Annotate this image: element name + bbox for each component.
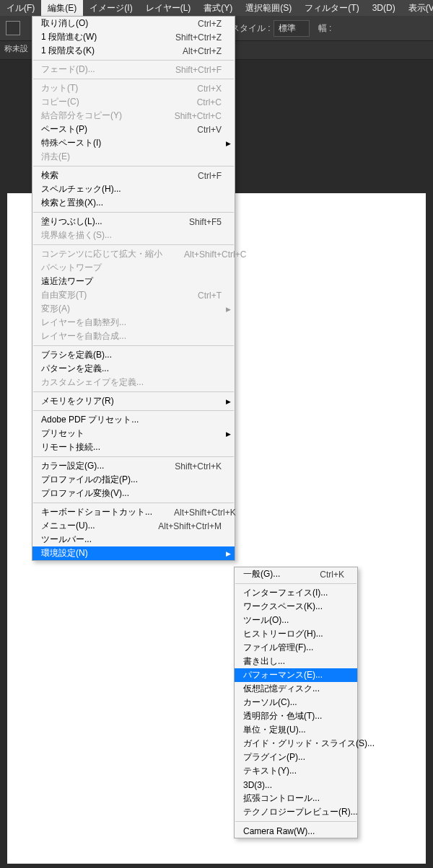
menu-item-shortcut: Shift+Ctrl+C <box>175 111 222 121</box>
edit-menu-item-24: 変形(A)▶ <box>32 302 235 316</box>
edit-menu-item-39[interactable]: プロファイルの指定(P)... <box>32 473 235 487</box>
edit-menu-item-10[interactable]: 特殊ペースト(I)▶ <box>32 136 235 150</box>
edit-menu-item-4: フェード(D)...Shift+Ctrl+F <box>32 63 235 76</box>
menu-item-label: Camera Raw(W)... <box>243 826 344 836</box>
edit-menu-item-8: 結合部分をコピー(Y)Shift+Ctrl+C <box>32 109 235 123</box>
menu-item-label: テキスト(Y)... <box>243 765 344 777</box>
menu-item-label: 透明部分・色域(T)... <box>243 710 344 722</box>
edit-menu-item-20: コンテンツに応じて拡大・縮小Alt+Shift+Ctrl+C <box>32 247 235 261</box>
edit-menu-item-45[interactable]: 環境設定(N)▶ <box>32 546 235 560</box>
menu-item-label: 自由変形(T) <box>41 289 176 301</box>
edit-menu-item-13[interactable]: 検索Ctrl+F <box>32 169 235 182</box>
style-select[interactable]: 標準 <box>274 20 310 37</box>
edit-menu-item-2[interactable]: 1 段階戻る(K)Alt+Ctrl+Z <box>32 44 235 58</box>
menu-filter[interactable]: フィルター(T) <box>298 0 365 17</box>
menu-item-label: リモート接続... <box>41 441 222 453</box>
menu-item-shortcut: Ctrl+F <box>198 171 222 181</box>
pref-menu-item-6[interactable]: ファイル管理(F)... <box>235 641 357 655</box>
pref-menu-item-9[interactable]: 仮想記憶ディスク... <box>235 682 357 696</box>
edit-menu-item-23: 自由変形(T)Ctrl+T <box>32 288 235 302</box>
pref-menu-item-11[interactable]: 透明部分・色域(T)... <box>235 709 357 723</box>
menu-item-shortcut: Ctrl+C <box>197 97 222 107</box>
menu-item-label: 一般(G)... <box>243 568 298 580</box>
edit-menu-item-28[interactable]: ブラシを定義(B)... <box>32 348 235 362</box>
menu-item-label: 消去(E) <box>41 151 222 163</box>
edit-menu-item-36[interactable]: リモート接続... <box>32 440 235 454</box>
menu-item-label: プラグイン(P)... <box>243 751 344 763</box>
menu-item-label: カーソル(C)... <box>243 696 344 709</box>
edit-menu-separator <box>33 60 234 61</box>
pref-menu-item-7[interactable]: 書き出し... <box>235 655 357 668</box>
menu-item-label: ツールバー... <box>41 533 222 546</box>
pref-menu-item-0[interactable]: 一般(G)...Ctrl+K <box>235 567 357 581</box>
menu-item-label: レイヤーを自動整列... <box>41 316 222 329</box>
pref-menu-item-5[interactable]: ヒストリーログ(H)... <box>235 627 357 641</box>
menu-item-shortcut: Shift+Ctrl+F <box>175 65 222 75</box>
pref-menu-item-12[interactable]: 単位・定規(U)... <box>235 723 357 737</box>
pref-menu-item-3[interactable]: ワークスペース(K)... <box>235 600 357 614</box>
pref-menu-item-16[interactable]: 3D(3)... <box>235 778 357 792</box>
edit-menu-item-40[interactable]: プロファイル変換(V)... <box>32 487 235 500</box>
edit-menu-item-34[interactable]: Adobe PDF プリセット... <box>32 413 235 427</box>
edit-menu-item-22[interactable]: 遠近法ワープ <box>32 275 235 288</box>
pref-menu-item-13[interactable]: ガイド・グリッド・スライス(S)... <box>235 737 357 750</box>
menu-3d[interactable]: 3D(D) <box>366 1 402 15</box>
edit-menu-item-25: レイヤーを自動整列... <box>32 316 235 329</box>
menu-item-label: プロファイル変換(V)... <box>41 487 222 500</box>
menu-type[interactable]: 書式(Y) <box>197 0 239 17</box>
menu-item-shortcut: Alt+Shift+Ctrl+K <box>174 508 236 518</box>
pref-menu-item-8[interactable]: パフォーマンス(E)... <box>235 668 357 682</box>
menu-layer[interactable]: レイヤー(L) <box>139 0 198 17</box>
edit-menu-item-1[interactable]: 1 段階進む(W)Shift+Ctrl+Z <box>32 30 235 44</box>
menu-edit[interactable]: 編集(E) <box>41 0 83 17</box>
edit-menu-item-29[interactable]: パターンを定義... <box>32 362 235 376</box>
width-label: 幅 : <box>318 22 332 35</box>
menu-item-label: ブラシを定義(B)... <box>41 349 222 361</box>
edit-menu-separator <box>33 410 234 411</box>
edit-menu-separator <box>33 456 234 457</box>
menu-item-shortcut: Ctrl+T <box>198 291 222 301</box>
menu-item-label: ガイド・グリッド・スライス(S)... <box>243 738 375 750</box>
menu-item-label: 塗りつぶし(L)... <box>41 216 167 228</box>
menu-item-label: 検索 <box>41 169 176 182</box>
edit-menu-separator <box>33 502 234 503</box>
edit-menu-item-44[interactable]: ツールバー... <box>32 533 235 546</box>
menu-item-shortcut: Alt+Shift+Ctrl+M <box>158 521 222 531</box>
edit-menu: 取り消し(O)Ctrl+Z1 段階進む(W)Shift+Ctrl+Z1 段階戻る… <box>32 16 235 561</box>
edit-menu-item-21: パペットワープ <box>32 261 235 275</box>
edit-menu-item-0[interactable]: 取り消し(O)Ctrl+Z <box>32 17 235 30</box>
edit-menu-item-9[interactable]: ペースト(P)Ctrl+V <box>32 123 235 136</box>
edit-menu-item-17[interactable]: 塗りつぶし(L)...Shift+F5 <box>32 215 235 229</box>
menu-select[interactable]: 選択範囲(S) <box>239 0 298 17</box>
edit-menu-item-38[interactable]: カラー設定(G)...Shift+Ctrl+K <box>32 459 235 473</box>
menu-item-label: スペルチェック(H)... <box>41 183 222 195</box>
menu-item-label: 特殊ペースト(I) <box>41 137 222 149</box>
edit-menu-item-43[interactable]: メニュー(U)...Alt+Shift+Ctrl+M <box>32 519 235 533</box>
pref-menu-item-20[interactable]: Camera Raw(W)... <box>235 824 357 838</box>
pref-menu-item-4[interactable]: ツール(O)... <box>235 614 357 627</box>
menu-item-shortcut: Shift+Ctrl+Z <box>175 32 222 43</box>
menu-item-label: ヒストリーログ(H)... <box>243 628 344 640</box>
pref-menu-item-10[interactable]: カーソル(C)... <box>235 696 357 709</box>
menu-image[interactable]: イメージ(I) <box>83 0 139 17</box>
edit-menu-item-35[interactable]: プリセット▶ <box>32 427 235 440</box>
edit-menu-item-14[interactable]: スペルチェック(H)... <box>32 182 235 196</box>
menu-item-label: プリセット <box>41 428 222 440</box>
menu-item-label: 境界線を描く(S)... <box>41 229 222 242</box>
menu-item-label: 遠近法ワープ <box>41 275 222 288</box>
pref-menu-item-18[interactable]: テクノロジープレビュー(R)... <box>235 805 357 819</box>
edit-menu-item-26: レイヤーを自動合成... <box>32 329 235 343</box>
edit-menu-item-42[interactable]: キーボードショートカット...Alt+Shift+Ctrl+K <box>32 505 235 519</box>
submenu-arrow-icon: ▶ <box>226 398 231 405</box>
pref-menu-item-15[interactable]: テキスト(Y)... <box>235 764 357 778</box>
edit-menu-item-11: 消去(E) <box>32 150 235 164</box>
menu-view[interactable]: 表示(V) <box>402 0 433 17</box>
pref-menu-item-2[interactable]: インターフェイス(I)... <box>235 586 357 600</box>
pref-menu-item-14[interactable]: プラグイン(P)... <box>235 750 357 764</box>
edit-menu-item-15[interactable]: 検索と置換(X)... <box>32 196 235 210</box>
pref-menu-item-17[interactable]: 拡張コントロール... <box>235 792 357 805</box>
menu-file[interactable]: イル(F) <box>0 0 41 17</box>
menu-item-shortcut: Alt+Ctrl+Z <box>183 46 222 56</box>
tool-icon[interactable] <box>6 21 20 35</box>
edit-menu-item-32[interactable]: メモリをクリア(R)▶ <box>32 394 235 408</box>
